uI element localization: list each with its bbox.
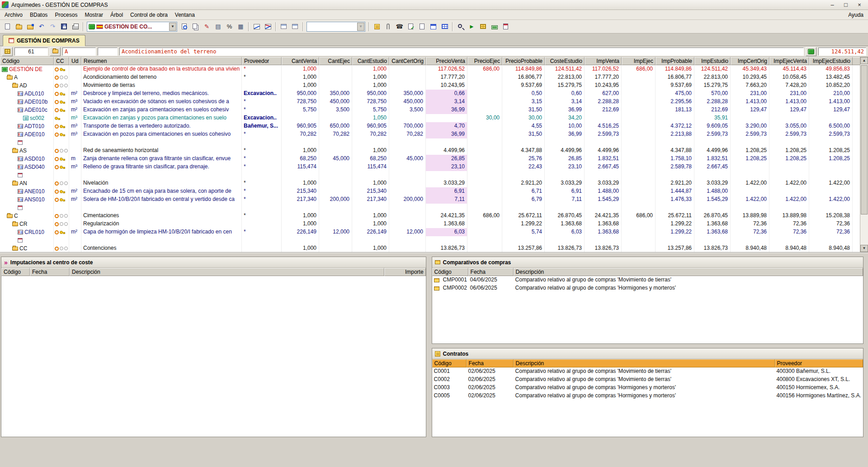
database-selector[interactable]: GESTIÓN DE CO... ▼: [87, 22, 177, 32]
grid-row[interactable]: ANS010 m² Solera de HM-10/B/20/I fabrica…: [0, 195, 860, 204]
column-header-fecha[interactable]: Fecha: [468, 268, 514, 276]
calendar-button[interactable]: [428, 21, 439, 32]
grid-header-cell[interactable]: CantVenta: [282, 57, 319, 65]
grid-header-cell[interactable]: CosteEstudio: [545, 57, 585, 65]
column-header-codigo[interactable]: Código: [432, 359, 467, 367]
grid-row[interactable]: CR Regularización 1,000 1,000: [0, 220, 860, 228]
secondary-selector[interactable]: ▼: [307, 22, 365, 32]
grid-header-cell[interactable]: CantEjec: [319, 57, 352, 65]
documents-button[interactable]: [416, 21, 428, 32]
grid-header-cell[interactable]: PrecioVenta: [426, 57, 467, 65]
column-header-proveedor[interactable]: Proveedor: [775, 359, 863, 367]
scroll-track[interactable]: [860, 64, 868, 245]
chevron-down-icon[interactable]: ▼: [357, 23, 364, 31]
calculator-button[interactable]: ▦: [235, 21, 246, 32]
attachments-button[interactable]: [382, 21, 394, 32]
grid-header-cell[interactable]: CantCertOrig: [389, 57, 426, 65]
annotations-button[interactable]: [371, 21, 382, 32]
apply-button[interactable]: [806, 47, 816, 56]
tile-windows-button[interactable]: [289, 21, 301, 32]
redo-button[interactable]: ↷: [47, 21, 58, 32]
grid-row[interactable]: [0, 138, 860, 147]
menu-mostrar[interactable]: Mostrar: [81, 10, 107, 19]
contacts-button[interactable]: ☎: [394, 21, 405, 32]
certifications-button[interactable]: [500, 21, 511, 32]
column-header-descripcion[interactable]: Descripción: [70, 268, 384, 276]
contrato-row[interactable]: C0003 02/06/2025 Comparativo relativo al…: [432, 384, 863, 392]
grid-header-cell[interactable]: ImpCertOrig: [731, 57, 769, 65]
grid-row[interactable]: ADL010 m² Desbroce y limpieza del terren…: [0, 90, 860, 98]
grid-row[interactable]: ADE010 m³ Excavación en pozos para cimen…: [0, 130, 860, 138]
panel-splitter[interactable]: [0, 253, 868, 257]
grid-row[interactable]: C Cimentaciones * 1,000 1,000: [0, 212, 860, 220]
cost-chart-button[interactable]: [262, 21, 274, 32]
tab-gestion-de-compras[interactable]: GESTIÓN DE COMPRAS: [3, 35, 85, 46]
grid-header-cell[interactable]: Código: [0, 57, 54, 65]
price-structure-button[interactable]: [477, 21, 489, 32]
grid-row[interactable]: AN Nivelación * 1,000 1,000: [0, 179, 860, 187]
grid-row[interactable]: [0, 236, 860, 244]
grid-header-cell[interactable]: Ud: [69, 57, 81, 65]
menu-procesos[interactable]: Procesos: [51, 10, 81, 19]
grid-row[interactable]: [0, 204, 860, 212]
export-button[interactable]: ►: [466, 21, 477, 32]
grid-row[interactable]: AD Movimiento de tierras 1,000 1,000: [0, 81, 860, 90]
grid-header-cell[interactable]: Resumen: [81, 57, 242, 65]
maximize-button[interactable]: □: [839, 1, 853, 9]
minimize-button[interactable]: –: [826, 1, 839, 9]
grid-header-cell[interactable]: ImpEjec: [622, 57, 656, 65]
grid-header-cell[interactable]: ImpVenta: [585, 57, 622, 65]
grid-header-cell[interactable]: Proveedor: [242, 57, 282, 65]
database-maintenance-button[interactable]: [24, 21, 36, 32]
grid-header-cell[interactable]: PrecioProbable: [502, 57, 545, 65]
adjust-document-button[interactable]: ▤: [212, 21, 224, 32]
print-button[interactable]: [70, 21, 81, 32]
column-header-importe[interactable]: Importe: [384, 268, 426, 276]
grid-header-cell[interactable]: PrecioEjec: [467, 57, 502, 65]
grid-row[interactable]: ADE010c m² Excavación en zanjas para cim…: [0, 106, 860, 114]
vertical-scrollbar[interactable]: ▲ ▼: [860, 57, 868, 252]
payments-button[interactable]: [489, 21, 500, 32]
edit-document-button[interactable]: ✎: [201, 21, 212, 32]
print-preview-button[interactable]: [179, 21, 190, 32]
column-header-descripcion[interactable]: Descripción: [514, 268, 863, 276]
column-header-fecha[interactable]: Fecha: [467, 359, 514, 367]
grid-row[interactable]: GESTIÓN DE Ejemplo de control de obra ba…: [0, 65, 860, 73]
grid-header-cell[interactable]: ImpEjecEstudio: [809, 57, 853, 65]
grid-header-cell[interactable]: CC: [54, 57, 69, 65]
total-field[interactable]: [818, 48, 866, 56]
grid-row[interactable]: AS Red de saneamiento horizontal * 1,000…: [0, 147, 860, 155]
grid-row[interactable]: CRL010 m² Capa de hormigón de limpieza H…: [0, 228, 860, 236]
menu-ventana[interactable]: Ventana: [171, 10, 198, 19]
grid-row[interactable]: ANE010 m² Encachado de 15 cm en caja par…: [0, 187, 860, 195]
contrato-row[interactable]: C0005 02/06/2025 Comparativo relativo al…: [432, 392, 863, 400]
menu-control-de-obra[interactable]: Control de obra: [127, 10, 171, 19]
check-document-button[interactable]: [405, 21, 416, 32]
grid-row[interactable]: [0, 171, 860, 179]
comparativo-row[interactable]: CMP0002 06/06/2025 Comparativo relativo …: [432, 284, 863, 292]
column-header-codigo[interactable]: Código: [1, 268, 30, 276]
search-button[interactable]: [455, 21, 466, 32]
open-database-button[interactable]: [13, 21, 24, 32]
grid-header-cell[interactable]: ImpEjecVenta: [769, 57, 809, 65]
contrato-row[interactable]: C0001 02/06/2025 Comparativo relativo al…: [432, 367, 863, 376]
comparativo-row[interactable]: CMP0001 04/06/2025 Comparativo relativo …: [432, 276, 863, 284]
menu-arbol[interactable]: Árbol: [107, 10, 127, 19]
price-chart-button[interactable]: [251, 21, 262, 32]
grid-row[interactable]: CC Contenciones 1,000 1,000: [0, 244, 860, 252]
menu-archivo[interactable]: Archivo: [1, 10, 26, 19]
menu-bdatos[interactable]: BDatos: [26, 10, 51, 19]
copy-document-button[interactable]: [190, 21, 201, 32]
column-header-descripcion[interactable]: Descripción: [514, 359, 775, 367]
save-button[interactable]: [58, 21, 70, 32]
scroll-thumb[interactable]: [861, 65, 868, 214]
select-record-button[interactable]: [2, 47, 13, 56]
grid-header-cell[interactable]: ImpProbable: [656, 57, 694, 65]
cascade-windows-button[interactable]: [278, 21, 289, 32]
column-header-fecha[interactable]: Fecha: [30, 268, 70, 276]
grid-row[interactable]: ASD040 m³ Relleno de grava filtrante sin…: [0, 163, 860, 171]
chevron-down-icon[interactable]: ▼: [169, 23, 176, 31]
grid-row[interactable]: ASD010 m Zanja drenante rellena con grav…: [0, 155, 860, 163]
undo-button[interactable]: ↶: [36, 21, 47, 32]
close-button[interactable]: ×: [853, 1, 866, 9]
